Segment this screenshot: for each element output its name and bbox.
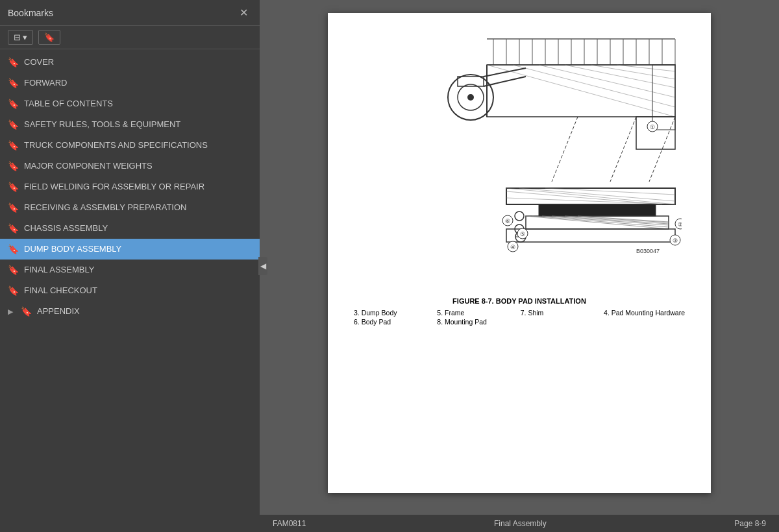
bookmark-list: 🔖COVER🔖FORWARD🔖TABLE OF CONTENTS🔖SAFETY … bbox=[0, 49, 260, 532]
bookmark-page-icon: 🔖 bbox=[8, 265, 19, 275]
bookmark-page-icon: 🔖 bbox=[8, 202, 19, 213]
footer-right: Page 8-9 bbox=[734, 519, 766, 528]
sidebar-title: Bookmarks bbox=[8, 8, 53, 18]
bookmark-label: SAFETY RULES, TOOLS & EQUIPMENT bbox=[24, 119, 180, 130]
pdf-footer: FAM0811 Final Assembly Page 8-9 bbox=[260, 514, 779, 532]
footer-left: FAM0811 bbox=[273, 519, 306, 528]
bookmark-label: FIELD WELDING FOR ASSEMBLY OR REPAIR bbox=[24, 182, 204, 193]
bookmark-page-icon: 🔖 bbox=[8, 140, 19, 151]
bookmark-item-dump[interactable]: 🔖DUMP BODY ASSEMBLY bbox=[0, 239, 260, 260]
bookmark-page-icon: 🔖 bbox=[8, 99, 19, 109]
svg-rect-0 bbox=[357, 32, 682, 292]
bookmark-label: COVER bbox=[24, 57, 54, 68]
legend-item: 6. Body Pad bbox=[354, 318, 430, 326]
figure-caption: FIGURE 8-7. BODY PAD INSTALLATION bbox=[452, 297, 586, 305]
legend-item: 3. Dump Body bbox=[354, 309, 430, 317]
bookmark-item-forward[interactable]: 🔖FORWARD bbox=[0, 73, 260, 93]
svg-rect-45 bbox=[539, 204, 656, 216]
bookmark-label: FINAL ASSEMBLY bbox=[24, 265, 94, 276]
pdf-figure: ① bbox=[354, 32, 685, 326]
bookmark-label: APPENDIX bbox=[37, 306, 80, 317]
footer-center: Final Assembly bbox=[494, 519, 547, 528]
bookmark-label: TRUCK COMPONENTS AND SPECIFICATIONS bbox=[24, 140, 208, 151]
bookmark-page-icon: 🔖 bbox=[8, 244, 19, 254]
legend-item: 4. Pad Mounting Hardware bbox=[604, 309, 685, 317]
bookmark-label: MAJOR COMPONENT WEIGHTS bbox=[24, 161, 153, 172]
bookmark-page-icon: 🔖 bbox=[8, 223, 19, 234]
bookmark-item-appendix[interactable]: ▶🔖APPENDIX bbox=[0, 301, 260, 322]
bookmark-item-weights[interactable]: 🔖MAJOR COMPONENT WEIGHTS bbox=[0, 156, 260, 176]
bookmark-button[interactable]: 🔖 bbox=[38, 30, 60, 45]
svg-text:B030047: B030047 bbox=[636, 248, 660, 254]
sidebar-toolbar: ⊟ ▾ 🔖 bbox=[0, 26, 260, 49]
bookmark-label: TABLE OF CONTENTS bbox=[24, 99, 113, 110]
bookmark-page-icon: 🔖 bbox=[8, 78, 19, 88]
bookmark-page-icon: 🔖 bbox=[21, 306, 32, 317]
bookmark-item-final-assembly[interactable]: 🔖FINAL ASSEMBLY bbox=[0, 260, 260, 280]
svg-point-20 bbox=[467, 94, 474, 101]
bookmark-item-final-checkout[interactable]: 🔖FINAL CHECKOUT bbox=[0, 280, 260, 301]
bookmark-item-chassis[interactable]: 🔖CHASSIS ASSEMBLY bbox=[0, 218, 260, 239]
bookmark-icon: 🔖 bbox=[44, 32, 55, 42]
legend-item: 5. Frame bbox=[437, 309, 513, 317]
bookmark-label: RECEIVING & ASSEMBLY PREPARATION bbox=[24, 202, 186, 213]
legend-item: 8. Mounting Pad bbox=[437, 318, 513, 326]
grid-icon: ⊟ bbox=[14, 32, 21, 42]
svg-text:②: ② bbox=[678, 221, 682, 228]
legend-item: 7. Shim bbox=[521, 309, 597, 317]
view-mode-button[interactable]: ⊟ ▾ bbox=[8, 30, 33, 45]
bookmark-page-icon: 🔖 bbox=[8, 119, 19, 130]
bookmark-page-icon: 🔖 bbox=[8, 182, 19, 192]
bookmark-page-icon: 🔖 bbox=[8, 161, 19, 171]
body-pad-installation-diagram: ① bbox=[357, 32, 682, 292]
bookmark-item-safety[interactable]: 🔖SAFETY RULES, TOOLS & EQUIPMENT bbox=[0, 114, 260, 135]
bookmark-item-cover[interactable]: 🔖COVER bbox=[0, 52, 260, 73]
sidebar-collapse-handle[interactable]: ◀ bbox=[258, 257, 267, 275]
svg-text:⑥: ⑥ bbox=[505, 218, 510, 224]
sidebar-header: Bookmarks ✕ bbox=[0, 0, 260, 26]
bookmark-page-icon: 🔖 bbox=[8, 285, 19, 296]
bookmark-label: FINAL CHECKOUT bbox=[24, 285, 97, 296]
bookmark-label: DUMP BODY ASSEMBLY bbox=[24, 244, 121, 255]
bookmark-label: CHASSIS ASSEMBLY bbox=[24, 223, 108, 234]
pdf-page: ① bbox=[328, 13, 711, 493]
dropdown-arrow-icon: ▾ bbox=[23, 32, 27, 42]
bookmark-item-welding[interactable]: 🔖FIELD WELDING FOR ASSEMBLY OR REPAIR bbox=[0, 176, 260, 197]
close-button[interactable]: ✕ bbox=[236, 5, 252, 20]
figure-legend: 3. Dump Body5. Frame7. Shim4. Pad Mounti… bbox=[354, 309, 685, 326]
pdf-viewer: ① bbox=[260, 0, 779, 532]
svg-text:①: ① bbox=[650, 124, 655, 130]
svg-text:⑤: ⑤ bbox=[520, 231, 525, 237]
chevron-left-icon: ◀ bbox=[260, 261, 266, 271]
bookmark-item-receiving[interactable]: 🔖RECEIVING & ASSEMBLY PREPARATION bbox=[0, 197, 260, 218]
bookmark-item-truck[interactable]: 🔖TRUCK COMPONENTS AND SPECIFICATIONS bbox=[0, 135, 260, 156]
sidebar: Bookmarks ✕ ⊟ ▾ 🔖 🔖COVER🔖FORWARD🔖TABLE O… bbox=[0, 0, 260, 532]
bookmark-page-icon: 🔖 bbox=[8, 57, 19, 67]
pdf-content: ① bbox=[260, 0, 779, 514]
bookmark-label: FORWARD bbox=[24, 78, 67, 89]
svg-text:③: ③ bbox=[673, 237, 678, 244]
bookmark-item-toc[interactable]: 🔖TABLE OF CONTENTS bbox=[0, 93, 260, 114]
svg-text:④: ④ bbox=[510, 244, 515, 250]
expand-icon: ▶ bbox=[8, 308, 13, 316]
